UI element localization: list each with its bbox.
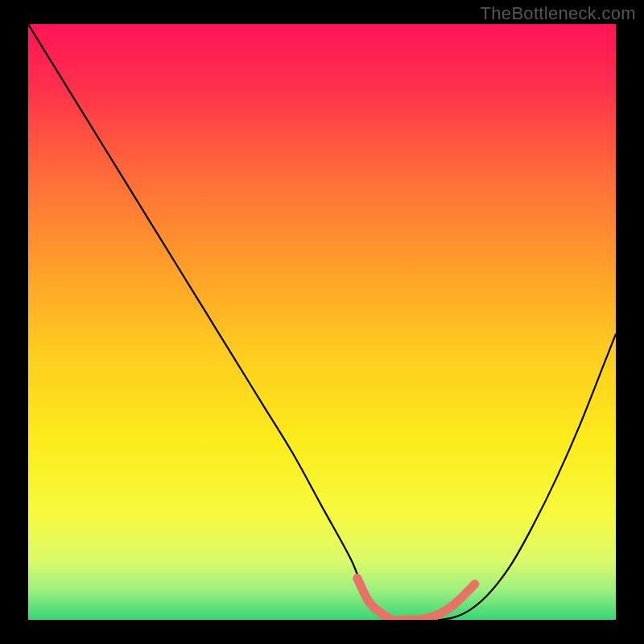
chart-container: TheBottleneck.com <box>0 0 644 644</box>
plot-area <box>28 24 616 620</box>
gradient-background <box>28 24 616 620</box>
watermark-text: TheBottleneck.com <box>481 3 636 24</box>
chart-svg <box>28 24 616 620</box>
